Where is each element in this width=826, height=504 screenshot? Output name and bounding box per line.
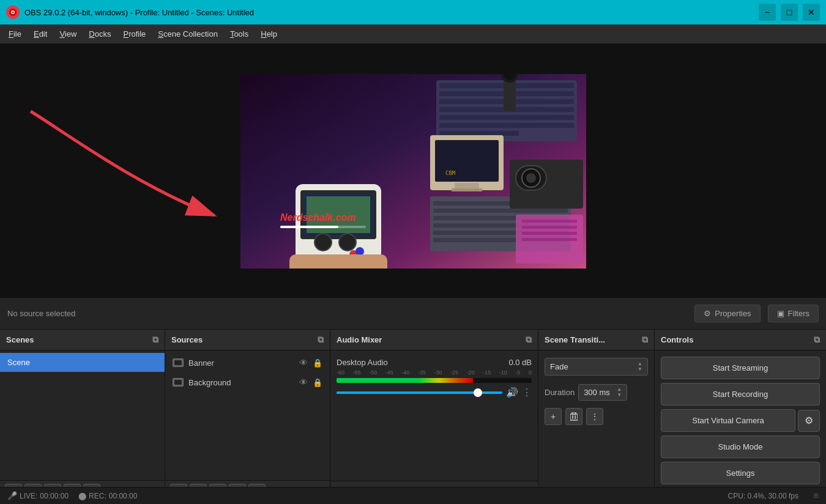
audio-panel-dock-icon[interactable]: ⧉ <box>526 335 532 345</box>
start-virtual-camera-button[interactable]: Start Virtual Camera <box>661 409 795 432</box>
status-cpu: CPU: 0.4%, 30.00 fps <box>728 492 798 500</box>
menu-scene-collection[interactable]: Scene Collection <box>152 27 224 41</box>
mic-muted-icon: 🎤 <box>7 491 17 500</box>
more-transitions-button[interactable]: ⋮ <box>586 408 603 425</box>
menu-tools[interactable]: Tools <box>224 27 255 41</box>
volume-slider[interactable] <box>337 391 502 394</box>
remove-transition-button[interactable] <box>565 408 582 425</box>
svg-rect-18 <box>435 140 499 182</box>
svg-rect-44 <box>522 226 577 229</box>
scenes-panel: Scenes ⧉ Scene + ≡ ∧ ∨ <box>0 330 165 504</box>
duration-input[interactable]: 300 ms ▲ ▼ <box>578 384 627 401</box>
window-buttons: − □ ✕ <box>759 4 820 21</box>
controls-panel: Controls ⧉ Start Streaming Start Recordi… <box>655 330 826 504</box>
controls-panel-dock-icon[interactable]: ⧉ <box>814 335 820 345</box>
desktop-audio-channel: Desktop Audio 0.0 dB -60-55-50-45-40-35-… <box>330 353 538 403</box>
preview-area: CBM <box>0 44 826 298</box>
svg-point-36 <box>355 247 364 256</box>
svg-rect-19 <box>455 183 479 189</box>
svg-rect-38 <box>289 254 387 269</box>
svg-point-50 <box>526 173 536 183</box>
app-icon <box>6 6 20 19</box>
svg-rect-13 <box>439 131 519 136</box>
no-source-text: No source selected <box>7 309 687 318</box>
transition-type-select[interactable]: Fade ▲ ▼ <box>545 358 648 376</box>
mute-icon[interactable]: 🔊 <box>506 387 518 398</box>
duration-spinner[interactable]: ▲ ▼ <box>617 387 622 398</box>
audio-more-icon[interactable]: ⋮ <box>522 387 532 398</box>
menu-view[interactable]: View <box>53 27 83 41</box>
studio-mode-button[interactable]: Studio Mode <box>661 435 820 458</box>
sourcebar: No source selected ⚙ Properties ▣ Filter… <box>0 298 826 330</box>
svg-point-34 <box>339 234 356 251</box>
menu-help[interactable]: Help <box>255 27 283 41</box>
maximize-button[interactable]: □ <box>781 4 798 21</box>
transitions-toolbar: + ⋮ <box>538 404 654 429</box>
transitions-content: Fade ▲ ▼ Duration 300 ms ▲ ▼ + <box>538 350 654 504</box>
close-button[interactable]: ✕ <box>803 4 820 21</box>
source-icon-background <box>173 378 184 387</box>
red-arrow <box>12 93 233 246</box>
corner-resize-icon: ⊞ <box>813 492 819 500</box>
transitions-panel-dock-icon[interactable]: ⧉ <box>642 335 648 345</box>
lock-icon-banner[interactable]: 🔒 <box>313 358 322 368</box>
source-item-banner[interactable]: Banner 👁 🔒 <box>165 353 330 372</box>
svg-rect-56 <box>174 360 182 365</box>
virtual-camera-settings-button[interactable]: ⚙ <box>798 410 820 432</box>
svg-rect-12 <box>439 123 574 128</box>
controls-panel-header: Controls ⧉ <box>655 330 826 350</box>
controls-content: Start Streaming Start Recording Start Vi… <box>655 350 826 504</box>
svg-rect-66 <box>572 412 576 414</box>
start-streaming-button[interactable]: Start Streaming <box>661 357 820 379</box>
svg-rect-58 <box>174 380 182 385</box>
svg-rect-40 <box>280 226 338 228</box>
menu-edit[interactable]: Edit <box>28 27 53 41</box>
menu-profile[interactable]: Profile <box>117 27 152 41</box>
audio-meter-fill <box>337 378 473 383</box>
rec-dot-icon: ⬤ <box>78 492 86 500</box>
settings-button[interactable]: Settings <box>661 462 820 484</box>
properties-button[interactable]: ⚙ Properties <box>694 305 760 322</box>
sources-list: Banner 👁 🔒 Background 👁 🔒 <box>165 350 330 480</box>
filters-button[interactable]: ▣ Filters <box>768 305 819 322</box>
audio-panel-header: Audio Mixer ⧉ <box>330 330 538 350</box>
gear-icon: ⚙ <box>805 415 813 426</box>
svg-rect-63 <box>570 414 578 420</box>
sources-panel-header: Sources ⧉ <box>165 330 330 350</box>
svg-point-2 <box>12 12 14 13</box>
svg-rect-20 <box>452 188 482 191</box>
source-controls-background: 👁 🔒 <box>299 377 322 387</box>
audio-controls-row: 🔊 ⋮ <box>337 387 532 398</box>
source-item-background[interactable]: Background 👁 🔒 <box>165 372 330 392</box>
preview-canvas: CBM <box>240 74 586 269</box>
visibility-icon-background[interactable]: 👁 <box>299 377 308 387</box>
sources-panel-dock-icon[interactable]: ⧉ <box>318 335 324 345</box>
transition-spinner[interactable]: ▲ ▼ <box>638 361 642 372</box>
transitions-panel-header: Scene Transiti... ⧉ <box>538 330 654 350</box>
title-text: OBS 29.0.2 (64-bit, windows) - Profile: … <box>24 8 759 17</box>
scenes-panel-header: Scenes ⧉ <box>0 330 165 350</box>
add-transition-button[interactable]: + <box>545 408 562 425</box>
svg-rect-46 <box>522 238 577 241</box>
svg-rect-11 <box>439 115 574 120</box>
status-live: 🎤 LIVE: 00:00:00 <box>7 491 69 500</box>
source-controls-banner: 👁 🔒 <box>299 358 322 368</box>
duration-row: Duration 300 ms ▲ ▼ <box>538 380 654 404</box>
menu-file[interactable]: File <box>2 27 28 41</box>
start-recording-button[interactable]: Start Recording <box>661 383 820 406</box>
audio-meter <box>337 378 532 383</box>
menu-docks[interactable]: Docks <box>83 27 117 41</box>
svg-text:CBM: CBM <box>445 170 456 176</box>
lock-icon-background[interactable]: 🔒 <box>313 378 322 387</box>
scenes-panel-dock-icon[interactable]: ⧉ <box>152 335 158 345</box>
svg-point-33 <box>314 234 332 251</box>
statusbar: 🎤 LIVE: 00:00:00 ⬤ REC: 00:00:00 CPU: 0.… <box>0 487 826 504</box>
audio-meter-marks: -60-55-50-45-40-35-30-25-20-15-10-50 <box>337 369 532 376</box>
visibility-icon-banner[interactable]: 👁 <box>299 358 308 368</box>
menubar: File Edit View Docks Profile Scene Colle… <box>0 24 826 44</box>
sources-panel: Sources ⧉ Banner 👁 🔒 Background <box>165 330 330 504</box>
scene-item[interactable]: Scene <box>0 353 165 372</box>
svg-rect-43 <box>522 220 577 223</box>
minimize-button[interactable]: − <box>759 4 776 21</box>
audio-mixer-panel: Audio Mixer ⧉ Desktop Audio 0.0 dB -60-5… <box>330 330 538 504</box>
